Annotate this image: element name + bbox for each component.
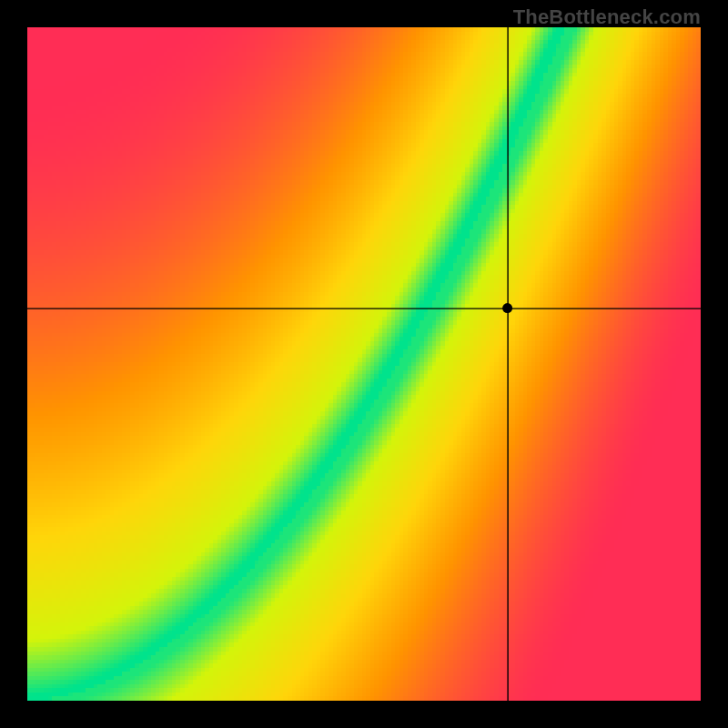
heatmap-canvas xyxy=(27,27,701,701)
plot-area xyxy=(27,27,701,701)
watermark-text: TheBottleneck.com xyxy=(513,5,701,29)
chart-container: TheBottleneck.com xyxy=(0,0,728,728)
